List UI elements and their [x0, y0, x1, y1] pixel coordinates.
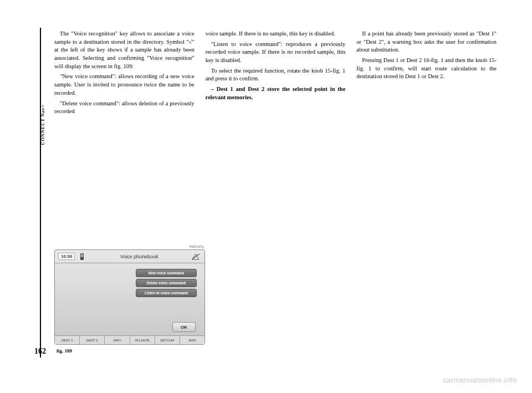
page-number: 162 — [34, 347, 46, 356]
column-1: The "Voice recognition" key allows to as… — [54, 30, 195, 118]
tab-detour[interactable]: DETOUR — [155, 336, 180, 344]
screenshot-body: New voice command Delete voice command L… — [55, 263, 204, 297]
col1-para2: "New voice command": allows recording of… — [54, 73, 195, 97]
col3-para1: If a point has already been previously s… — [356, 30, 497, 54]
figure-label: fig. 109 — [57, 348, 72, 354]
delete-voice-command-button[interactable]: Delete voice command — [136, 279, 197, 287]
image-reference: F0D2107g — [190, 245, 204, 248]
col1-para3: "Delete voice command": allows deletion … — [54, 100, 195, 116]
tab-dest1[interactable]: DEST 1 — [55, 336, 80, 344]
tab-dest2[interactable]: DEST 2 — [80, 336, 105, 344]
column-3: If a point has already been previously s… — [356, 30, 497, 118]
new-voice-command-button[interactable]: New voice command — [136, 269, 197, 277]
nav-disabled-icon — [190, 253, 201, 261]
page-container: CONNECT Nav+ The "Voice recognition" key… — [32, 28, 498, 371]
col2-para3: To select the required function, rotate … — [206, 67, 346, 83]
header-time: 10:30 — [58, 253, 75, 260]
svg-rect-1 — [81, 254, 83, 257]
content-columns: The "Voice recognition" key allows to as… — [54, 30, 497, 118]
device-screenshot: 10:30 Voice phonebook New voice command … — [54, 249, 205, 345]
tab-atlante[interactable]: ATLANTE — [130, 336, 155, 344]
column-2: voice sample. If there is no sample, thi… — [206, 30, 346, 118]
col2-para2: "Listen to voice command": reproduces a … — [206, 40, 346, 65]
col3-para2: Pressing Dest 1 or Dest 2 16-fig. 1 and … — [356, 57, 497, 81]
col2-para4: – Dest 1 and Dest 2 store the selected p… — [206, 85, 346, 101]
watermark: carmanualsonline.info — [443, 376, 516, 384]
col1-para1: The "Voice recognition" key allows to as… — [54, 30, 195, 70]
listen-voice-command-button[interactable]: Listen to voice command — [136, 289, 197, 297]
tab-map[interactable]: MAP — [180, 336, 204, 344]
phone-icon — [79, 253, 85, 261]
screenshot-footer-tabs: DEST 1 DEST 2 INFO ATLANTE DETOUR MAP — [55, 335, 204, 344]
page-border-left — [40, 28, 41, 358]
screenshot-header: 10:30 Voice phonebook — [55, 250, 204, 263]
tab-info[interactable]: INFO — [105, 336, 130, 344]
screenshot-title: Voice phonebook — [88, 254, 190, 259]
ok-button[interactable]: OK — [172, 322, 196, 332]
col2-para1: voice sample. If there is no sample, thi… — [206, 30, 346, 38]
